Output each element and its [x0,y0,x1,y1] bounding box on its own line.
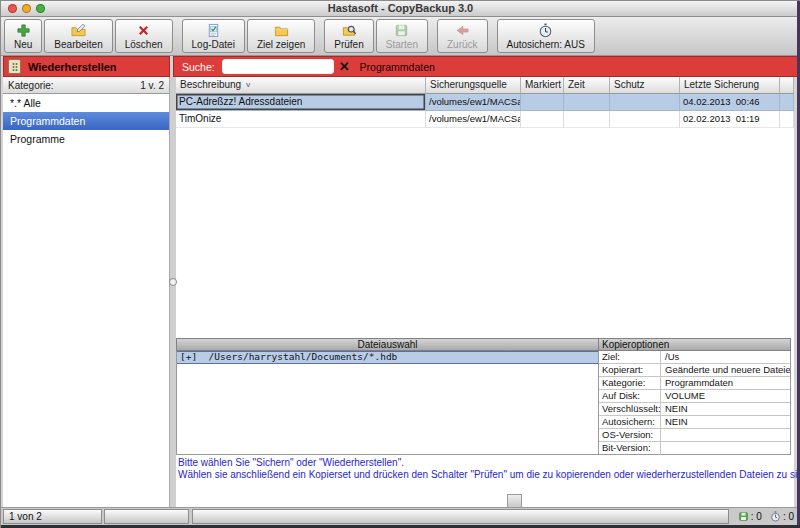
search-label: Suche: [182,61,215,73]
delete-button[interactable]: Löschen [115,19,173,53]
category-header-label: Kategorie: [8,80,54,91]
column-header-schutz[interactable]: Schutz [610,77,680,94]
cell-letzte-sicherung[interactable]: 02.02.2013 01:19 [680,111,780,128]
main-area: Beschreibung v Sicherungsquelle Markiert… [176,77,794,508]
copy-options-header: Kopieroptionen [599,338,791,351]
sidebar-item-programmdaten[interactable]: Programmdaten [3,112,169,130]
autosave-counter-icon [770,511,781,522]
copy-option-row: OS-Version: [599,429,790,442]
help-text-line-2: Wählen sie anschließend ein Kopierset un… [178,469,800,481]
cell-beschreibung[interactable]: PC-Adreßzz! Adressdateien [176,94,426,111]
copy-option-value: NEIN [661,416,790,428]
new-button[interactable]: Neu [4,19,42,53]
copy-option-value: VOLUME [661,390,790,402]
autosave-counter: : 0 [783,511,794,522]
cell-zeit[interactable] [564,94,610,111]
edit-button[interactable]: Bearbeiten [44,19,112,53]
save-counter-icon [738,511,749,522]
category-counter: 1 v. 2 [140,80,164,91]
category-filter-label: Programmdaten [360,61,435,73]
copy-option-value [661,429,790,441]
show-target-button[interactable]: Ziel zeigen [247,19,315,53]
column-header-sicherungsquelle[interactable]: Sicherungsquelle [426,77,521,94]
app-window: Hastasoft - CopyBackup 3.0 Neu Bearbeite… [0,0,800,528]
file-selection-header: Dateiauswahl [176,338,599,351]
file-selection-row[interactable]: [+] /Users/harrystahl/Documents/*.hdb [177,351,598,364]
mode-grip-icon[interactable] [8,59,21,74]
clear-search-icon[interactable]: ✕ [339,60,350,73]
sidebar-item-programme[interactable]: Programme [3,130,169,148]
sidebar-item-alle[interactable]: *.* Alle [3,94,169,112]
cell-markiert[interactable] [521,111,564,128]
table-row[interactable]: TimOnize /volumes/ew1/MACSave 02.02.2013… [176,111,794,128]
toolbar: Neu Bearbeiten Löschen Log-Datei Ziel ze… [1,17,797,56]
cell-schutz[interactable] [610,111,680,128]
copy-option-row: Kategorie: Programmdaten [599,377,790,390]
timer-icon [538,23,553,38]
status-segment [104,509,189,524]
check-button[interactable]: Prüfen [324,19,373,53]
help-text: Bitte wählen Sie "Sichern" oder "Wiederh… [178,457,800,480]
copy-option-row: Verschlüsselt: NEIN [599,403,790,416]
delete-button-label: Löschen [125,39,163,50]
column-header-letzte-sicherung[interactable]: Letzte Sicherung [680,77,780,94]
search-bar: Suche: ✕ Programmdaten [173,56,798,77]
window-title: Hastasoft - CopyBackup 3.0 [1,1,800,16]
search-input[interactable] [222,59,334,74]
status-position: 1 von 2 [3,509,102,524]
copy-option-label: Kategorie: [599,377,661,389]
cell-sicherungsquelle[interactable]: /volumes/ew1/MACSave [426,94,521,111]
copy-option-row: Autosichern: NEIN [599,416,790,429]
column-header-zeit[interactable]: Zeit [564,77,610,94]
sort-indicator-icon: v [246,77,250,93]
splitter-handle[interactable] [169,278,177,286]
copy-option-value: /Us [661,351,790,363]
cell-filler [780,94,794,111]
copy-option-row: Auf Disk: VOLUME [599,390,790,403]
status-segment [192,509,729,524]
start-button[interactable]: Starten [376,19,428,53]
status-counters: : 0 : 0 [738,509,794,524]
file-selection-panel: [+] /Users/harrystahl/Documents/*.hdb [176,351,599,455]
edit-icon [71,23,86,38]
column-header-beschreibung[interactable]: Beschreibung v [176,77,426,94]
statusbar: 1 von 2 : 0 : 0 [1,507,798,525]
save-counter: : 0 [751,511,762,522]
table-row[interactable]: PC-Adreßzz! Adressdateien /volumes/ew1/M… [176,94,794,111]
autosave-button[interactable]: Autosichern: AUS [497,19,595,53]
back-arrow-icon [455,23,470,38]
copy-option-label: Kopierart: [599,364,661,376]
logfile-button-label: Log-Datei [192,39,235,50]
plus-icon [16,23,31,38]
copy-option-value: NEIN [661,403,790,415]
copy-option-label: Verschlüsselt: [599,403,661,415]
cell-markiert[interactable] [521,94,564,111]
bottom-splitter-grip[interactable] [507,494,522,508]
close-window-button[interactable] [8,4,17,13]
minimize-window-button[interactable] [22,4,31,13]
logfile-button[interactable]: Log-Datei [182,19,245,53]
dots-grip-icon [11,62,19,72]
logfile-icon [206,23,221,38]
back-button-label: Zurück [447,39,478,50]
save-icon [394,23,409,38]
cell-letzte-sicherung[interactable]: 04.02.2013 00:46 [680,94,780,111]
column-header-markiert[interactable]: Markiert [521,77,564,94]
mode-bar: Wiederherstellen [3,56,170,77]
cell-beschreibung[interactable]: TimOnize [176,111,426,128]
copy-option-value [661,442,790,455]
new-button-label: Neu [14,39,32,50]
zoom-window-button[interactable] [36,4,45,13]
back-button[interactable]: Zurück [437,19,488,53]
copy-option-label: Autosichern: [599,416,661,428]
table-header: Beschreibung v Sicherungsquelle Markiert… [176,77,794,94]
cell-schutz[interactable] [610,94,680,111]
cell-filler [780,111,794,128]
check-button-label: Prüfen [334,39,363,50]
search-folder-icon [342,23,357,38]
titlebar: Hastasoft - CopyBackup 3.0 [1,1,800,17]
cell-zeit[interactable] [564,111,610,128]
copy-option-row: Kopierart: Geänderte und neuere Dateien. [599,364,790,377]
cell-sicherungsquelle[interactable]: /volumes/ew1/MACSave [426,111,521,128]
copy-option-row: Bit-Version: [599,442,790,455]
